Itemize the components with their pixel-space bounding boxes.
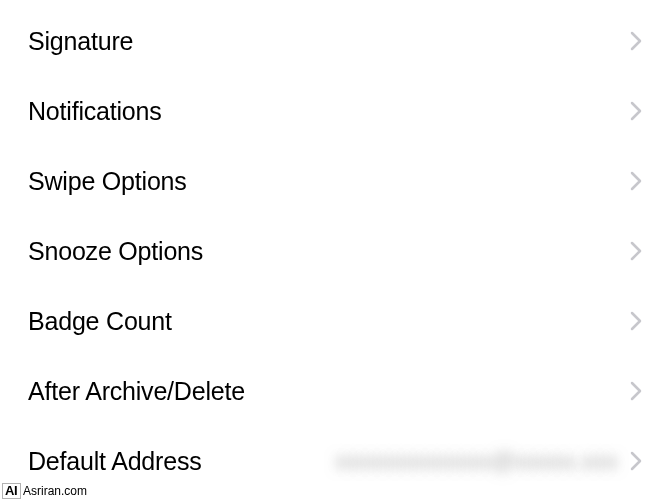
chevron-right-icon xyxy=(630,241,642,261)
row-label: Notifications xyxy=(28,97,162,126)
row-right xyxy=(630,31,642,51)
watermark-logo: AI xyxy=(2,483,21,499)
row-value-obscured: xxxxxxxxxxxxx@xxxxx.xxx xyxy=(335,447,618,475)
chevron-right-icon xyxy=(630,31,642,51)
chevron-right-icon xyxy=(630,171,642,191)
row-label: Default Address xyxy=(28,447,202,476)
row-right xyxy=(630,311,642,331)
row-label: Signature xyxy=(28,27,133,56)
row-right xyxy=(630,101,642,121)
chevron-right-icon xyxy=(630,451,642,471)
settings-row-after-archive-delete[interactable]: After Archive/Delete xyxy=(0,356,660,426)
settings-row-badge-count[interactable]: Badge Count xyxy=(0,286,660,356)
settings-row-swipe-options[interactable]: Swipe Options xyxy=(0,146,660,216)
chevron-right-icon xyxy=(630,381,642,401)
settings-list: Signature Notifications Swipe Options Sn… xyxy=(0,0,660,496)
row-label: Swipe Options xyxy=(28,167,187,196)
row-label: Badge Count xyxy=(28,307,172,336)
settings-row-signature[interactable]: Signature xyxy=(0,6,660,76)
chevron-right-icon xyxy=(630,101,642,121)
row-label: After Archive/Delete xyxy=(28,377,245,406)
settings-row-snooze-options[interactable]: Snooze Options xyxy=(0,216,660,286)
row-right xyxy=(630,241,642,261)
row-right xyxy=(630,171,642,191)
row-right xyxy=(630,381,642,401)
settings-row-default-address[interactable]: Default Address xxxxxxxxxxxxx@xxxxx.xxx xyxy=(0,426,660,496)
watermark: AI Asriran.com xyxy=(2,483,87,499)
row-right: xxxxxxxxxxxxx@xxxxx.xxx xyxy=(335,447,642,475)
row-label: Snooze Options xyxy=(28,237,203,266)
watermark-text: Asriran.com xyxy=(23,484,87,499)
settings-row-notifications[interactable]: Notifications xyxy=(0,76,660,146)
chevron-right-icon xyxy=(630,311,642,331)
